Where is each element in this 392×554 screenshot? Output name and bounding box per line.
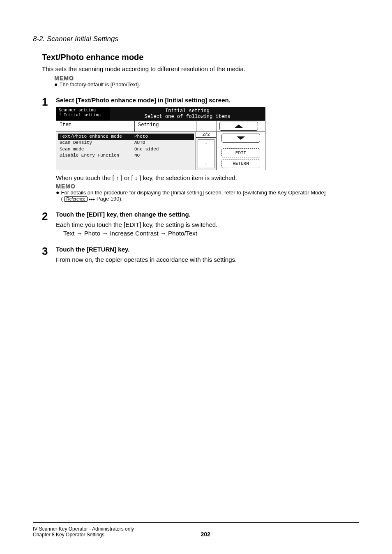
- step-heading: Touch the [EDIT] key, then change the se…: [56, 211, 359, 218]
- triangle-up-icon: [235, 125, 243, 128]
- item-name: Scan mode: [58, 146, 134, 152]
- step-number: 3: [42, 246, 51, 256]
- step-1: 1 Select [Text/Photo enhance mode] in [I…: [42, 97, 359, 202]
- arrow-down-icon[interactable]: ↓: [205, 160, 208, 166]
- settings-list[interactable]: Text/Photo enhance mode Photo Scan Densi…: [56, 132, 196, 170]
- memo-text-a: For details on the procedure for display…: [61, 189, 325, 196]
- item-value: NO: [134, 152, 194, 159]
- list-item[interactable]: Disable Entry Function NO: [58, 152, 194, 159]
- item-value: Photo: [134, 134, 194, 140]
- memo-block-2: MEMO ● For details on the procedure for …: [56, 183, 359, 202]
- settings-screenshot: Scanner setting └ Initial setting Initia…: [56, 107, 265, 170]
- item-name: Scan Density: [58, 140, 134, 146]
- memo-block-1: MEMO ● The factory default is [Photo/Tex…: [54, 75, 359, 88]
- step-number: 2: [42, 211, 51, 222]
- item-value: AUTO: [134, 140, 194, 146]
- page-title: Text/Photo enhance mode: [42, 53, 359, 62]
- panel-title: Initial setting: [110, 108, 265, 114]
- reference-badge: Reference: [64, 196, 87, 202]
- step-heading: Touch the [RETURN] key.: [56, 246, 359, 253]
- reference-arrow-icon: ▸▸▸: [89, 197, 95, 201]
- arrow-up-icon[interactable]: ↑: [205, 141, 208, 147]
- col-header-setting: Setting: [134, 121, 196, 132]
- scroll-area: 2/2 ↑ ↓: [196, 132, 217, 170]
- memo-text-b: Page 190).: [97, 196, 123, 202]
- memo-text: The factory default is [Photo/Text].: [59, 81, 140, 88]
- list-item[interactable]: Text/Photo enhance mode Photo: [58, 134, 194, 140]
- memo-text: For details on the procedure for display…: [61, 189, 325, 202]
- triangle-down-icon: [237, 136, 245, 140]
- memo-label: MEMO: [56, 183, 359, 189]
- nav-up-button[interactable]: [219, 122, 258, 131]
- footer-line-2: Chapter 8 Key Operator Settings: [33, 532, 134, 538]
- section-header: 8-2. Scanner Initial Settings: [33, 35, 359, 45]
- bullet-icon: ●: [54, 81, 58, 87]
- item-value: One sided: [134, 146, 194, 152]
- page-footer: IV Scanner Key Operator - Administrators…: [33, 522, 359, 538]
- footer-line-1: IV Scanner Key Operator - Administrators…: [33, 526, 134, 532]
- breadcrumb-sub: └ Initial setting: [59, 113, 107, 118]
- panel-subtitle: Select one of following items: [110, 114, 265, 120]
- col-header-item: Item: [56, 121, 134, 132]
- page-indicator: 2/2: [196, 132, 216, 138]
- breadcrumb: Scanner setting └ Initial setting: [56, 107, 110, 120]
- list-item[interactable]: Scan Density AUTO: [58, 140, 194, 146]
- step-heading: Select [Text/Photo enhance mode] in [Ini…: [56, 97, 359, 104]
- step-3: 3 Touch the [RETURN] key. From now on, t…: [42, 246, 359, 265]
- step-number: 1: [42, 97, 51, 107]
- step-after-text: When you touch the [ ↑ ] or [ ↓ ] key, t…: [56, 174, 359, 181]
- bullet-icon: ●: [56, 189, 59, 195]
- scrollbar[interactable]: ↑ ↓: [198, 139, 214, 168]
- nav-down-button[interactable]: [221, 134, 260, 143]
- breadcrumb-top: Scanner setting: [59, 108, 107, 113]
- page-number: 202: [201, 531, 210, 538]
- intro-text: This sets the scanning mode according to…: [42, 65, 359, 72]
- step-text: From now on, the copier operates in acco…: [56, 256, 359, 263]
- step-2: 2 Touch the [EDIT] key, then change the …: [42, 211, 359, 237]
- return-button[interactable]: RETURN: [221, 159, 260, 168]
- edit-button[interactable]: EDIT: [221, 148, 260, 157]
- step-subtext: Text → Photo → Increase Contrast → Photo…: [63, 230, 359, 237]
- list-item[interactable]: Scan mode One sided: [58, 146, 194, 152]
- memo-label: MEMO: [54, 75, 359, 81]
- item-name: Text/Photo enhance mode: [58, 134, 134, 140]
- item-name: Disable Entry Function: [58, 152, 134, 159]
- step-text: Each time you touch the [EDIT] key, the …: [56, 221, 359, 228]
